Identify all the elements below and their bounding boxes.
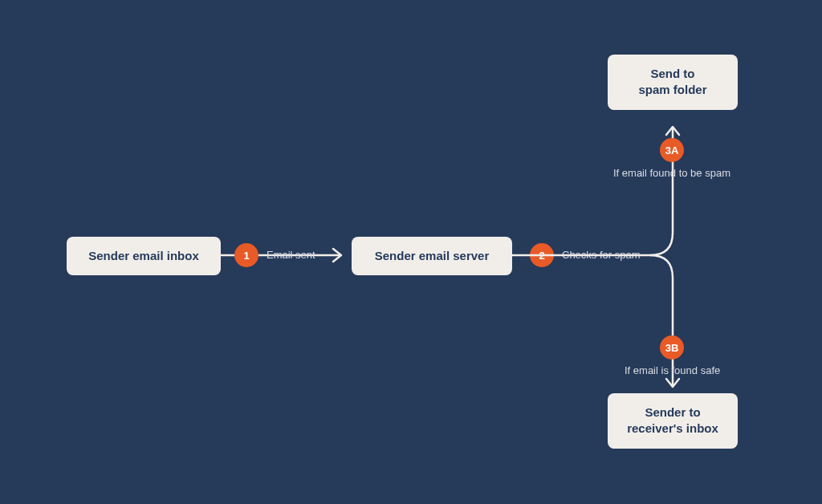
node-spam-folder-line1: Send to: [625, 66, 720, 82]
node-sender-server: Sender email server: [352, 237, 512, 275]
step-badge-1-num: 1: [243, 250, 249, 262]
step-badge-2-num: 2: [539, 250, 544, 262]
node-spam-folder-line2: spam folder: [625, 82, 720, 98]
node-receiver-inbox: Sender to receiver's inbox: [608, 393, 738, 449]
step-badge-3b: 3B: [660, 335, 684, 360]
step-badge-3b-num: 3B: [665, 342, 679, 354]
node-spam-folder: Send to spam folder: [608, 55, 738, 110]
step-label-1: Email sent: [267, 249, 315, 261]
step-label-2: Checks for spam: [562, 249, 641, 261]
step-label-3b: If email is found safe: [625, 364, 720, 376]
node-sender-server-label: Sender email server: [375, 249, 490, 262]
step-badge-3a: 3A: [660, 138, 684, 162]
step-label-3a: If email found to be spam: [613, 167, 730, 179]
node-receiver-inbox-line2: receiver's inbox: [625, 421, 720, 437]
node-receiver-inbox-line1: Sender to: [625, 404, 720, 421]
node-sender-inbox-label: Sender email inbox: [88, 249, 199, 262]
node-sender-inbox: Sender email inbox: [67, 237, 221, 275]
step-badge-2: 2: [530, 243, 554, 267]
step-badge-1: 1: [234, 243, 258, 267]
step-badge-3a-num: 3A: [665, 144, 679, 156]
